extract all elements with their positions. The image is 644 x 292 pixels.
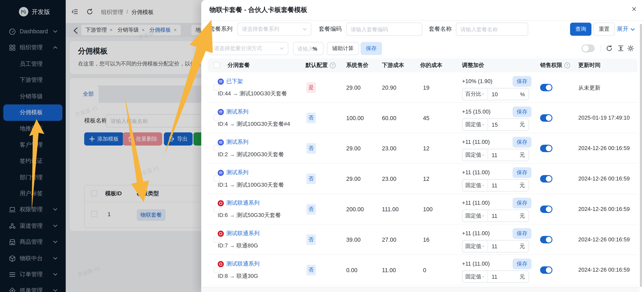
row-save-button[interactable]: 保存	[512, 228, 532, 239]
markup-value-input[interactable]: 10	[488, 91, 520, 97]
markup-input-group[interactable]: 固定值 11 元	[462, 210, 529, 222]
row-checkbox[interactable]	[214, 236, 220, 242]
row-checkbox[interactable]	[214, 206, 220, 212]
package-id-label: ID:44 → 测试100G30天套餐	[218, 90, 287, 97]
system-price-value: 29.00	[346, 84, 361, 91]
row-checkbox[interactable]	[214, 176, 220, 182]
bulk-save-button[interactable]: 保存	[361, 42, 382, 55]
your-cost-value: 45	[423, 115, 430, 121]
expand-button[interactable]: 展开	[617, 26, 635, 33]
markup-unit-label: 元	[520, 151, 529, 159]
sales-permission-toggle[interactable]	[540, 236, 552, 243]
reset-button[interactable]: 重置	[594, 23, 615, 36]
markup-value-input[interactable]: 11	[488, 152, 520, 158]
code-input[interactable]	[346, 23, 422, 36]
system-price-value: 0.00	[346, 267, 358, 273]
markup-input-group[interactable]: 固定值 11 元	[462, 270, 529, 283]
row-save-button[interactable]: 保存	[512, 198, 532, 209]
sales-permission-toggle[interactable]	[540, 266, 552, 274]
markup-value-input[interactable]: 11	[488, 243, 520, 249]
updated-time-value: 2024-12-26 00:16:59	[578, 206, 630, 212]
markup-input-group[interactable]: 固定值 11 元	[462, 240, 529, 252]
row-checkbox[interactable]	[214, 84, 220, 91]
series-link[interactable]: 测试联通系列	[226, 260, 260, 268]
row-height-icon[interactable]	[617, 45, 624, 52]
package-row: 测试联通系列 ID:7 → 联通80G 否 39.00 27.00 16 +11…	[208, 224, 638, 255]
system-price-value: 100.00	[346, 115, 364, 121]
row-save-button[interactable]: 保存	[512, 258, 532, 269]
name-input[interactable]	[456, 23, 528, 36]
system-price-value: 39.00	[346, 236, 361, 243]
default-config-tag: 否	[306, 204, 316, 215]
assist-calc-button[interactable]: 辅助计算	[327, 42, 359, 55]
package-row: 测试系列 ID:2 → 测试200G30天套餐 否 29.00 23.00 12…	[208, 133, 638, 164]
markup-unit-label: %	[520, 91, 528, 97]
markup-value-input[interactable]: 11	[488, 273, 520, 280]
table-option-toggle[interactable]	[582, 44, 595, 52]
bulk-value-input[interactable]	[294, 46, 312, 52]
row-save-button[interactable]: 保存	[512, 167, 532, 178]
mobile-icon	[218, 109, 224, 115]
markup-input-group[interactable]: 固定值 15 元	[462, 118, 529, 131]
row-save-button[interactable]: 保存	[512, 137, 532, 148]
bulk-mode-select[interactable]: 请选择批量分润方式	[210, 42, 288, 55]
markup-input-group[interactable]: 固定值 11 元	[462, 149, 529, 161]
markup-mode-select[interactable]: 固定值	[462, 210, 488, 221]
col-your-cost: 你的成本	[420, 62, 442, 69]
sales-permission-toggle[interactable]	[540, 114, 552, 122]
markup-value-input[interactable]: 11	[488, 182, 520, 189]
markup-mode-select[interactable]: 固定值	[462, 240, 488, 252]
mobile-icon	[218, 139, 224, 145]
help-icon[interactable]: ?	[330, 62, 336, 68]
markup-mode-select[interactable]: 固定值	[462, 149, 488, 161]
col-sales-permission: 销售权限?	[540, 62, 570, 69]
markup-input-group[interactable]: 固定值 11 元	[462, 179, 529, 192]
bulk-value-field[interactable]: %	[293, 42, 324, 55]
markup-input-group[interactable]: 百分比 10 %	[462, 88, 529, 100]
downstream-cost-value: 111.00	[382, 206, 399, 212]
package-row: 测试系列 ID:4 → 测试100G30天套餐#4 否 100.00 60.00…	[208, 103, 638, 133]
row-checkbox[interactable]	[214, 145, 220, 151]
sales-permission-toggle[interactable]	[540, 84, 552, 91]
markup-mode-select[interactable]: 百分比	[462, 88, 488, 100]
close-icon[interactable]: ×	[632, 5, 636, 13]
series-link[interactable]: 测试系列	[226, 139, 248, 146]
series-link[interactable]: 测试联通系列	[226, 230, 260, 237]
default-config-tag: 否	[306, 143, 316, 154]
row-checkbox[interactable]	[214, 267, 220, 273]
markup-mode-select[interactable]: 固定值	[462, 119, 488, 130]
markup-mode-select[interactable]: 固定值	[462, 271, 488, 282]
row-checkbox[interactable]	[214, 115, 220, 121]
markup-value-input[interactable]: 15	[488, 121, 520, 128]
series-select[interactable]: 请选择套餐系列	[238, 23, 312, 36]
scrollbar[interactable]	[640, 24, 642, 287]
help-icon[interactable]: ?	[564, 62, 570, 68]
default-config-tag: 否	[306, 113, 316, 123]
code-filter-label: 套餐编码	[319, 26, 342, 33]
divider	[600, 45, 601, 52]
your-cost-value: 0	[423, 267, 426, 273]
series-link[interactable]: 测试联通系列	[226, 199, 260, 207]
row-save-button[interactable]: 保存	[512, 107, 532, 117]
markup-mode-select[interactable]: 固定值	[462, 180, 488, 191]
system-price-value: 29.00	[346, 176, 361, 182]
settings-gear-icon[interactable]	[627, 45, 634, 52]
select-all-checkbox[interactable]	[214, 62, 220, 68]
chevron-down-icon	[481, 245, 485, 248]
series-link[interactable]: 测试系列	[226, 108, 248, 116]
sales-permission-toggle[interactable]	[540, 145, 552, 152]
series-link[interactable]: 测试系列	[226, 169, 248, 176]
markup-value-input[interactable]: 11	[488, 213, 520, 219]
markup-label: +11 (11.00)	[462, 169, 490, 176]
search-button[interactable]: 查询	[570, 23, 592, 36]
chevron-down-icon	[481, 184, 485, 187]
col-system-price: 系统售价	[346, 62, 368, 69]
markup-unit-label: 元	[520, 121, 529, 128]
markup-unit-label: 元	[520, 182, 529, 189]
series-link[interactable]: 已下架	[226, 78, 243, 85]
sales-permission-toggle[interactable]	[540, 175, 552, 182]
sales-permission-toggle[interactable]	[540, 205, 552, 213]
refresh-table-icon[interactable]	[606, 45, 613, 52]
downstream-cost-value: 27.00	[382, 236, 396, 243]
row-save-button[interactable]: 保存	[512, 76, 532, 87]
